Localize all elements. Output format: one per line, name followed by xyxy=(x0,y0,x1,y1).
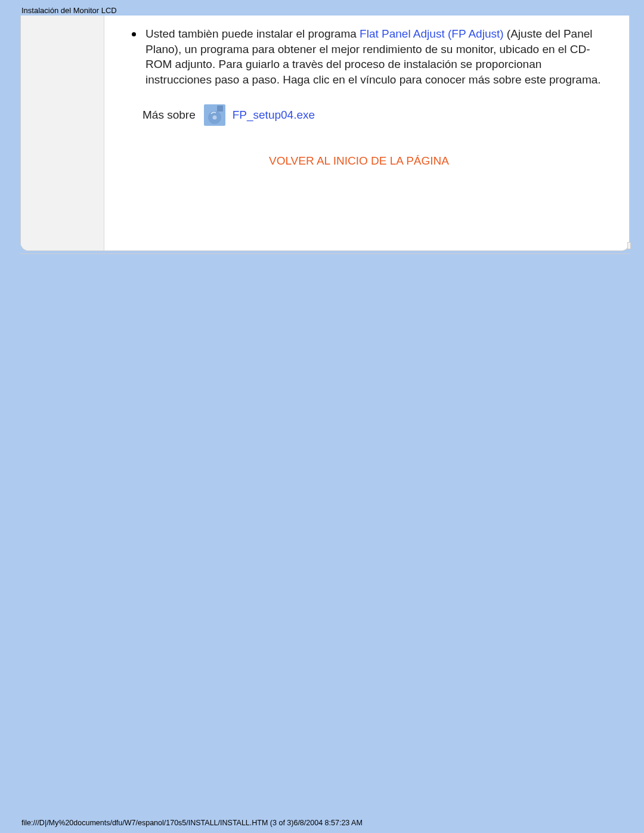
paragraph-prefix: Usted tambièn puede instalar el programa xyxy=(145,27,360,40)
bullet-icon xyxy=(132,32,136,36)
body-text: Usted tambièn puede instalar el programa… xyxy=(145,26,605,88)
svg-rect-1 xyxy=(217,106,223,112)
more-about-row: Más sobre FP_setup04.exe xyxy=(143,104,605,126)
fp-setup-file-link[interactable]: FP_setup04.exe xyxy=(233,107,315,123)
footer-path: file:///D|/My%20documents/dfu/W7/espanol… xyxy=(21,819,363,827)
main-content: Usted tambièn puede instalar el programa… xyxy=(104,16,629,250)
page-header-title: Instalación del Monitor LCD xyxy=(21,6,117,15)
bullet-item: Usted tambièn puede instalar el programa… xyxy=(113,26,605,88)
divider-line xyxy=(20,253,630,254)
fp-adjust-link[interactable]: Flat Panel Adjust (FP Adjust) xyxy=(360,27,504,40)
content-panel: Usted tambièn puede instalar el programa… xyxy=(20,16,630,251)
side-marker xyxy=(627,242,631,249)
more-about-label: Más sobre xyxy=(143,107,196,123)
disc-icon xyxy=(204,104,225,126)
back-to-top-link[interactable]: VOLVER AL INICIO DE LA PÁGINA xyxy=(113,153,605,169)
sidebar xyxy=(21,16,104,250)
svg-point-3 xyxy=(212,115,216,119)
